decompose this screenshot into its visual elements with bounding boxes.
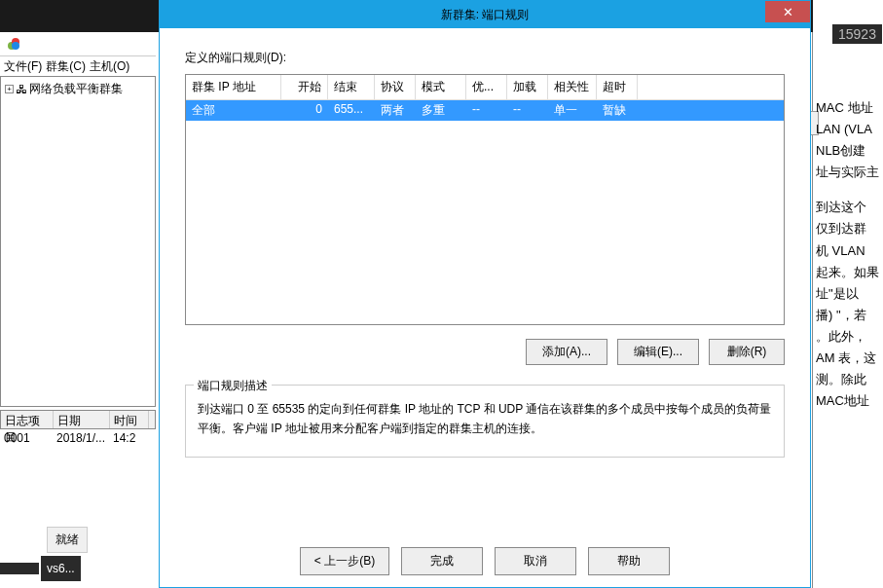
col-mode[interactable]: 模式 (416, 75, 466, 99)
description-text: 到达端口 0 至 65535 的定向到任何群集 IP 地址的 TCP 和 UDP… (198, 399, 772, 439)
add-button[interactable]: 添加(A)... (526, 339, 607, 365)
cell-pri: -- (466, 100, 507, 121)
section-label: 定义的端口规则(D): (185, 50, 785, 66)
log-cell-date: 2018/1/... (56, 431, 113, 445)
help-button[interactable]: 帮助 (588, 547, 670, 575)
col-timeout[interactable]: 超时 (597, 75, 638, 99)
bg-app-titlebar (0, 32, 156, 56)
log-col-time[interactable]: 时间 (110, 411, 149, 428)
edit-button[interactable]: 编辑(E)... (617, 339, 699, 365)
col-pri[interactable]: 优... (466, 75, 507, 99)
close-button[interactable]: ✕ (765, 1, 810, 22)
log-row[interactable]: 0001 2018/1/... 14:2 (0, 429, 156, 447)
tree-expand-icon[interactable]: + (5, 85, 14, 93)
col-aff[interactable]: 相关性 (548, 75, 597, 99)
taskbar: vs6... (0, 553, 156, 584)
taskbar-item[interactable]: vs6... (41, 556, 81, 581)
log-cell-time: 14:2 (113, 431, 152, 445)
tree-root-label: 网络负载平衡群集 (29, 81, 123, 97)
log-col-item[interactable]: 日志项目 (1, 411, 54, 428)
menu-file[interactable]: 文件(F) (4, 58, 42, 75)
back-button[interactable]: < 上一步(B) (300, 547, 389, 575)
rules-header: 群集 IP 地址 开始 结束 协议 模式 优... 加载 相关性 超时 (186, 75, 784, 100)
col-ip[interactable]: 群集 IP 地址 (186, 75, 281, 99)
app-icon (6, 36, 21, 52)
cell-load: -- (507, 100, 548, 121)
cell-aff: 单一 (548, 100, 597, 121)
col-start[interactable]: 开始 (281, 75, 328, 99)
log-cell-item: 0001 (4, 431, 56, 445)
nlb-cluster-icon: 🖧 (16, 83, 27, 96)
remove-button[interactable]: 删除(R) (709, 339, 785, 365)
svg-point-2 (12, 42, 19, 50)
menu-host[interactable]: 主机(O) (90, 58, 129, 75)
tree-root-item[interactable]: + 🖧 网络负载平衡群集 (3, 79, 153, 99)
cell-proto: 两者 (375, 100, 416, 121)
col-load[interactable]: 加载 (507, 75, 548, 99)
log-col-date[interactable]: 日期 (54, 411, 110, 428)
cell-end: 655... (328, 100, 375, 121)
cancel-button[interactable]: 取消 (495, 547, 576, 575)
dialog-footer: < 上一步(B) 完成 取消 帮助 (160, 535, 810, 587)
cell-start: 0 (281, 100, 328, 121)
description-legend: 端口规则描述 (194, 378, 272, 394)
description-group: 端口规则描述 到达端口 0 至 65535 的定向到任何群集 IP 地址的 TC… (185, 385, 785, 458)
dialog-titlebar[interactable]: 新群集: 端口规则 ✕ (160, 1, 810, 28)
status-ready: 就绪 (47, 527, 88, 553)
bg-right-text: MAC 地址 LAN (VLA NLB创建 址与实际主 到达这个 仅到达群 机 … (816, 97, 883, 412)
cell-ip: 全部 (186, 100, 281, 121)
bg-tree: + 🖧 网络负载平衡群集 (0, 76, 156, 407)
close-icon: ✕ (783, 5, 793, 19)
taskbar-start[interactable] (0, 563, 39, 574)
bg-menubar: 文件(F) 群集(C) 主机(O) (0, 56, 156, 76)
rules-row-selected[interactable]: 全部 0 655... 两者 多重 -- -- 单一 暂缺 (186, 100, 784, 121)
col-proto[interactable]: 协议 (375, 75, 416, 99)
cell-mode: 多重 (416, 100, 466, 121)
cell-timeout: 暂缺 (597, 100, 638, 121)
menu-cluster[interactable]: 群集(C) (46, 58, 86, 75)
bg-right-number: 15923 (832, 24, 882, 44)
col-end[interactable]: 结束 (328, 75, 375, 99)
port-rules-dialog: 新群集: 端口规则 ✕ 定义的端口规则(D): 群集 IP 地址 开始 结束 协… (159, 0, 811, 588)
log-header: 日志项目 日期 时间 (0, 410, 156, 429)
dialog-title: 新群集: 端口规则 (441, 7, 530, 23)
rules-table: 群集 IP 地址 开始 结束 协议 模式 优... 加载 相关性 超时 全部 0… (185, 74, 785, 325)
finish-button[interactable]: 完成 (401, 547, 483, 575)
